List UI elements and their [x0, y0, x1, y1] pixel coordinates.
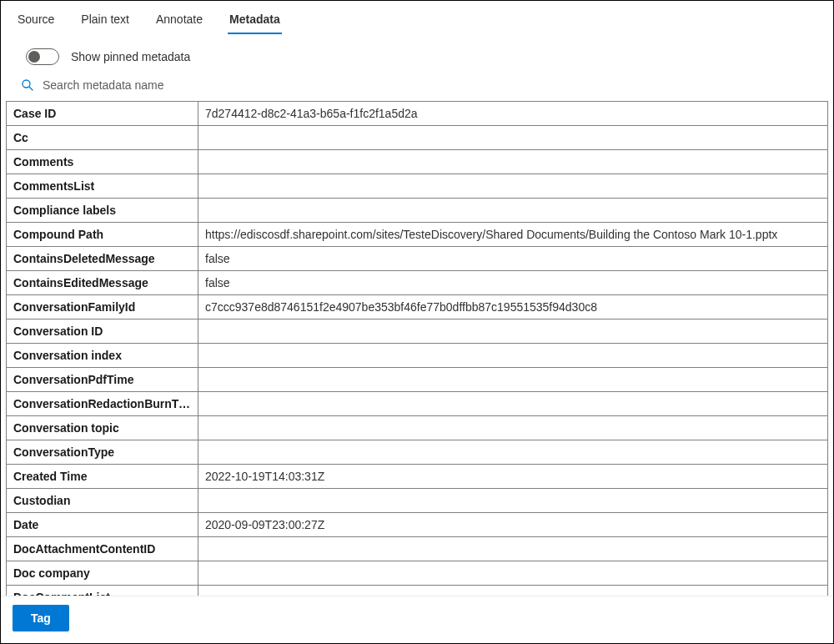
table-row: Comments: [7, 150, 828, 174]
table-row: Custodian: [7, 489, 828, 513]
metadata-value: [198, 416, 828, 440]
metadata-key: ConversationPdfTime: [7, 368, 198, 392]
metadata-value: [198, 392, 828, 416]
toggle-knob: [28, 51, 40, 63]
tab-metadata[interactable]: Metadata: [228, 8, 282, 34]
table-row: Conversation topic: [7, 416, 828, 440]
table-row: ContainsEditedMessagefalse: [7, 271, 828, 295]
metadata-value: [198, 150, 828, 174]
metadata-key: ConversationRedactionBurnTime: [7, 392, 198, 416]
metadata-value: [198, 489, 828, 513]
svg-point-0: [23, 80, 30, 88]
metadata-key: Date: [7, 513, 198, 537]
metadata-key: ContainsEditedMessage: [7, 271, 198, 295]
pinned-toggle-row: Show pinned metadata: [1, 35, 833, 70]
search-icon: [21, 78, 34, 92]
metadata-value: false: [198, 247, 828, 271]
table-row: ConversationType: [7, 440, 828, 465]
metadata-key: ContainsDeletedMessage: [7, 247, 198, 271]
metadata-table: Case ID7d274412-d8c2-41a3-b65a-f1fc2f1a5…: [6, 101, 828, 596]
tag-button[interactable]: Tag: [13, 605, 69, 631]
table-row: ContainsDeletedMessagefalse: [7, 247, 828, 271]
tabs-bar: Source Plain text Annotate Metadata: [1, 1, 833, 35]
search-row: [1, 70, 833, 100]
metadata-key: Created Time: [7, 465, 198, 489]
metadata-value: [198, 199, 828, 223]
table-row: Conversation index: [7, 344, 828, 368]
table-row: Compliance labels: [7, 199, 828, 223]
metadata-key: DocAttachmentContentID: [7, 537, 198, 561]
table-row: ConversationRedactionBurnTime: [7, 392, 828, 416]
metadata-value: c7ccc937e8d8746151f2e4907be353bf46fe77b0…: [198, 295, 828, 319]
table-row: Conversation ID: [7, 319, 828, 344]
table-row: CommentsList: [7, 174, 828, 199]
metadata-value: [198, 126, 828, 150]
metadata-key: Conversation index: [7, 344, 198, 368]
metadata-key: Compound Path: [7, 223, 198, 247]
table-row: ConversationFamilyIdc7ccc937e8d8746151f2…: [7, 295, 828, 319]
metadata-value: [198, 174, 828, 199]
metadata-value: [198, 561, 828, 586]
table-row: DocCommentList: [7, 586, 828, 596]
metadata-key: Cc: [7, 126, 198, 150]
metadata-value: 2022-10-19T14:03:31Z: [198, 465, 828, 489]
metadata-value: 7d274412-d8c2-41a3-b65a-f1fc2f1a5d2a: [198, 102, 828, 126]
tab-annotate[interactable]: Annotate: [154, 8, 204, 34]
metadata-value: false: [198, 271, 828, 295]
metadata-key: ConversationFamilyId: [7, 295, 198, 319]
metadata-key: DocCommentList: [7, 586, 198, 596]
metadata-key: Doc company: [7, 561, 198, 586]
metadata-key: Case ID: [7, 102, 198, 126]
show-pinned-label: Show pinned metadata: [71, 50, 190, 63]
metadata-value: [198, 368, 828, 392]
search-input[interactable]: [43, 75, 818, 95]
table-row: Compound Pathhttps://ediscosdf.sharepoin…: [7, 223, 828, 247]
show-pinned-toggle[interactable]: [26, 48, 59, 65]
metadata-value: 2020-09-09T23:00:27Z: [198, 513, 828, 537]
metadata-key: Conversation ID: [7, 319, 198, 344]
table-row: Cc: [7, 126, 828, 150]
table-row: Created Time2022-10-19T14:03:31Z: [7, 465, 828, 489]
metadata-value: https://ediscosdf.sharepoint.com/sites/T…: [198, 223, 828, 247]
tab-plain-text[interactable]: Plain text: [79, 8, 131, 34]
table-row: Doc company: [7, 561, 828, 586]
table-row: ConversationPdfTime: [7, 368, 828, 392]
svg-line-1: [29, 87, 33, 90]
metadata-key: CommentsList: [7, 174, 198, 199]
tab-source[interactable]: Source: [16, 8, 56, 34]
metadata-value: [198, 537, 828, 561]
table-row: Case ID7d274412-d8c2-41a3-b65a-f1fc2f1a5…: [7, 102, 828, 126]
metadata-scroll[interactable]: Case ID7d274412-d8c2-41a3-b65a-f1fc2f1a5…: [6, 101, 828, 596]
metadata-key: Comments: [7, 150, 198, 174]
metadata-key: Conversation topic: [7, 416, 198, 440]
footer-bar: Tag: [1, 596, 833, 643]
metadata-value: [198, 319, 828, 344]
table-row: DocAttachmentContentID: [7, 537, 828, 561]
metadata-value: [198, 440, 828, 465]
metadata-key: Compliance labels: [7, 199, 198, 223]
metadata-content: Case ID7d274412-d8c2-41a3-b65a-f1fc2f1a5…: [1, 100, 833, 596]
table-row: Date2020-09-09T23:00:27Z: [7, 513, 828, 537]
metadata-value: [198, 586, 828, 596]
metadata-value: [198, 344, 828, 368]
metadata-key: Custodian: [7, 489, 198, 513]
metadata-key: ConversationType: [7, 440, 198, 465]
